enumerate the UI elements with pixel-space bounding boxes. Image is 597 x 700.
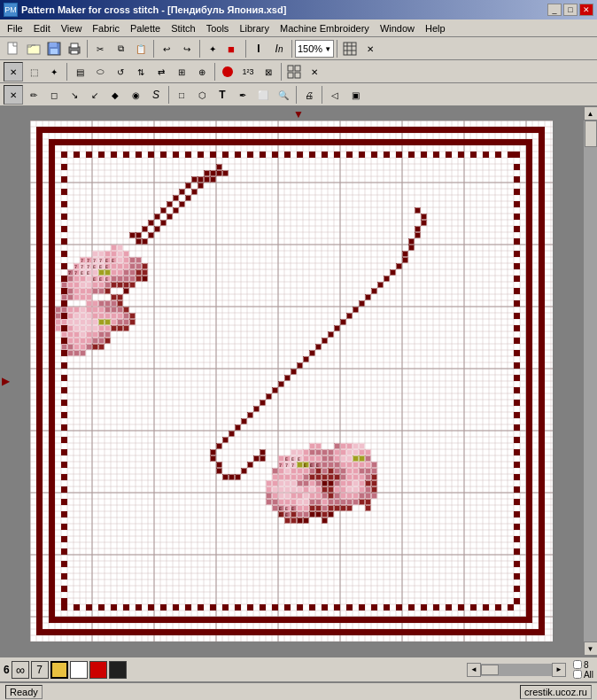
fliph-btn[interactable]: ⇄ xyxy=(151,62,171,82)
swatch-infinity[interactable]: ∞ xyxy=(12,661,29,679)
move-btn[interactable]: ✦ xyxy=(44,62,64,82)
select-btn[interactable]: ⬚ xyxy=(24,62,43,82)
open-button[interactable] xyxy=(24,39,43,58)
copy-button[interactable]: ⧉ xyxy=(111,39,130,58)
scrollbar-horizontal[interactable]: ◄ ► xyxy=(467,663,566,677)
swatch-white[interactable] xyxy=(70,661,88,679)
select2-btn[interactable]: ▤ xyxy=(70,62,89,82)
gridview-btn[interactable] xyxy=(284,62,304,82)
status-coords: crestik.ucoz.ru xyxy=(520,685,592,699)
tool-print-btn[interactable]: 🖨 xyxy=(299,85,319,105)
toolbar-row2: ✕ ⬚ ✦ ▤ ⬭ ↺ ⇅ ⇄ ⊞ ⊕ 1²3 ⊠ ✕ xyxy=(0,60,597,83)
tool-circle-btn[interactable]: ◉ xyxy=(126,85,145,105)
minimize-button[interactable]: _ xyxy=(547,4,562,16)
paste-button[interactable]: 📋 xyxy=(131,39,151,58)
tool-box-btn[interactable]: □ xyxy=(172,85,191,105)
close-button[interactable]: ✕ xyxy=(579,4,593,16)
tool-text-btn[interactable]: T xyxy=(213,85,232,105)
undo-button[interactable]: ↩ xyxy=(157,39,176,58)
menu-view[interactable]: View xyxy=(56,21,88,35)
title-text: Pattern Maker for cross stitch - [Пендиб… xyxy=(21,4,286,15)
svg-rect-16 xyxy=(295,66,300,71)
tool-eraser-btn[interactable]: ⬜ xyxy=(253,85,273,105)
swatch-dark[interactable] xyxy=(109,661,127,679)
bottom-toolbar: 6 ∞ 7 ◄ ► 8 All xyxy=(0,656,597,682)
menu-fabric[interactable]: Fabric xyxy=(87,21,125,35)
rotate-btn[interactable]: ↺ xyxy=(111,62,130,82)
menu-palette[interactable]: Palette xyxy=(125,21,166,35)
scroll-h-track[interactable] xyxy=(481,664,552,676)
new-button[interactable] xyxy=(4,39,23,58)
number-checkbox[interactable] xyxy=(573,660,582,669)
svg-rect-17 xyxy=(288,73,293,78)
scroll-right-btn[interactable]: ► xyxy=(552,663,566,677)
tool-hexagon-btn[interactable]: ⬡ xyxy=(192,85,212,105)
title-bar: PM Pattern Maker for cross stitch - [Пен… xyxy=(0,0,597,19)
print-button[interactable] xyxy=(65,39,84,58)
scroll-left-btn[interactable]: ◄ xyxy=(467,663,481,677)
tool-zoom-btn[interactable]: 🔍 xyxy=(274,85,293,105)
maximize-button[interactable]: □ xyxy=(563,4,578,16)
fill-btn[interactable]: ■ xyxy=(223,39,243,58)
svg-rect-6 xyxy=(71,43,78,48)
swatch-pencil[interactable] xyxy=(50,661,68,679)
svg-rect-7 xyxy=(71,51,78,54)
tool-extra1-btn[interactable]: ◁ xyxy=(325,85,345,105)
tool-pen-btn[interactable]: ✒ xyxy=(233,85,252,105)
tool-pencil-btn[interactable]: ✏ xyxy=(24,85,43,105)
save-button[interactable] xyxy=(44,39,64,58)
italic-btn[interactable]: In xyxy=(269,39,289,58)
tool-rect-btn[interactable]: ◻ xyxy=(44,85,64,105)
pointer-btn[interactable]: ✦ xyxy=(203,39,222,58)
tool-s-btn[interactable]: S xyxy=(146,85,166,105)
flip-btn[interactable]: ⇅ xyxy=(131,62,151,82)
all-label: All xyxy=(584,670,593,680)
tool-diag-btn[interactable]: ↙ xyxy=(85,85,105,105)
app-icon: PM xyxy=(4,3,18,17)
tool-diamond-btn[interactable]: ◆ xyxy=(105,85,125,105)
menu-help[interactable]: Help xyxy=(420,21,451,35)
bold-btn[interactable]: I xyxy=(249,39,268,58)
tool-arrow-btn[interactable]: ↘ xyxy=(65,85,84,105)
scroll-up-btn[interactable]: ▲ xyxy=(584,106,598,121)
svg-rect-0 xyxy=(8,43,17,54)
coords-text: crestik.ucoz.ru xyxy=(524,687,587,697)
scrollbar-vertical[interactable]: ▲ ▼ xyxy=(583,106,597,656)
swatch-7[interactable]: 7 xyxy=(31,661,49,679)
scroll-thumb[interactable] xyxy=(585,121,597,147)
all-checkbox[interactable] xyxy=(573,670,582,679)
resize-btn[interactable]: ⊞ xyxy=(172,62,191,82)
menu-file[interactable]: File xyxy=(2,21,28,35)
scroll-h-thumb[interactable] xyxy=(481,665,499,675)
menu-window[interactable]: Window xyxy=(375,21,420,35)
menu-edit[interactable]: Edit xyxy=(28,21,56,35)
menu-library[interactable]: Library xyxy=(234,21,275,35)
special-btn[interactable]: ⊠ xyxy=(259,62,278,82)
lasso-btn[interactable]: ⬭ xyxy=(90,62,110,82)
number-btn[interactable]: 1²3 xyxy=(238,62,258,82)
grid-btn[interactable] xyxy=(340,39,360,58)
center-btn[interactable]: ⊕ xyxy=(192,62,212,82)
tool-close-btn[interactable]: ✕ xyxy=(4,85,23,105)
menu-machine-embroidery[interactable]: Machine Embroidery xyxy=(275,21,375,35)
swatch-red[interactable] xyxy=(89,661,107,679)
delete-btn[interactable]: ✕ xyxy=(305,62,324,82)
stitch-canvas[interactable] xyxy=(30,121,553,642)
menu-tools[interactable]: Tools xyxy=(201,21,235,35)
scroll-track[interactable] xyxy=(584,121,597,642)
left-arrow-indicator: ▶ xyxy=(2,375,10,387)
scroll-down-btn[interactable]: ▼ xyxy=(584,642,598,656)
svg-rect-3 xyxy=(50,43,57,47)
cut-button[interactable]: ✂ xyxy=(90,39,110,58)
fill2-btn[interactable] xyxy=(218,62,237,82)
bottom-number1: 6 xyxy=(4,664,10,676)
canvas-wrapper xyxy=(0,106,583,656)
main-area: ▶ ▼ ▲ ▼ xyxy=(0,106,597,656)
close-doc-btn[interactable]: ✕ xyxy=(4,62,23,82)
tool-extra2-btn[interactable]: ▣ xyxy=(345,85,365,105)
menu-stitch[interactable]: Stitch xyxy=(166,21,201,35)
cross-btn[interactable]: ✕ xyxy=(361,39,380,58)
checkbox-area: 8 All xyxy=(573,660,593,680)
redo-button[interactable]: ↪ xyxy=(177,39,197,58)
zoom-dropdown[interactable]: 150%▼ xyxy=(295,40,334,58)
